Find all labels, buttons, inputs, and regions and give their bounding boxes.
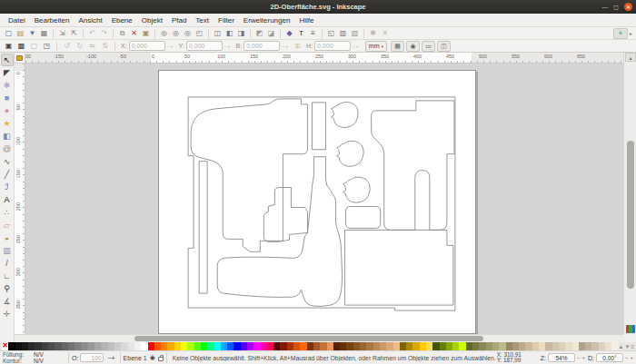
group-icon[interactable]: ◩: [253, 28, 265, 39]
path-blob-1[interactable]: [332, 102, 358, 127]
palette-swatch[interactable]: [360, 342, 366, 350]
palette-swatch[interactable]: [432, 342, 439, 350]
path-drill-vertical[interactable]: [217, 157, 342, 307]
affect-corners-button[interactable]: ◉: [406, 41, 420, 52]
document-page[interactable]: [158, 70, 476, 334]
tool-ellipse[interactable]: ●: [1, 104, 14, 117]
horizontal-scrollbar[interactable]: [15, 334, 623, 342]
vertical-scrollbar-thumb[interactable]: [627, 141, 634, 289]
maximize-button[interactable]: ◻: [613, 4, 619, 10]
palette-swatch[interactable]: [187, 342, 194, 350]
palette-swatch[interactable]: [579, 342, 585, 350]
palette-swatch[interactable]: [479, 342, 485, 350]
palette-swatch[interactable]: [94, 342, 101, 350]
preferences-icon[interactable]: ✱: [367, 28, 379, 39]
tool-eraser[interactable]: ▱: [1, 219, 14, 231]
palette-swatch[interactable]: [406, 342, 412, 350]
palette-swatch[interactable]: [327, 342, 333, 350]
palette-swatch[interactable]: [446, 342, 452, 350]
tool-zoom[interactable]: ⚲: [1, 282, 14, 295]
rotate-cw-icon[interactable]: ↻: [74, 41, 85, 52]
redo-icon[interactable]: ↷: [98, 28, 110, 39]
path-stepped-piece[interactable]: [263, 188, 307, 242]
tool-selector[interactable]: ↖: [1, 54, 14, 66]
palette-swatch[interactable]: [353, 342, 360, 350]
palette-swatch[interactable]: [300, 342, 306, 350]
palette-swatch[interactable]: [333, 342, 340, 350]
palette-swatch[interactable]: [459, 342, 465, 350]
rotate-ccw-icon[interactable]: ↺: [61, 41, 73, 52]
tool-tweak[interactable]: ✱: [1, 79, 14, 92]
palette-swatch[interactable]: [114, 342, 121, 350]
fill-stroke-dialog-icon[interactable]: ◆: [283, 28, 295, 39]
tool-text[interactable]: A: [1, 193, 14, 206]
clone-icon[interactable]: ◧: [224, 28, 235, 39]
palette-swatch[interactable]: [108, 342, 114, 350]
toolbar-overflow-icon[interactable]: ▸: [630, 30, 632, 36]
path-rounded-rect-piece[interactable]: [346, 206, 381, 228]
palette-swatch[interactable]: [313, 342, 320, 350]
palette-swatch[interactable]: [194, 342, 201, 350]
rotation-minus[interactable]: −: [625, 355, 629, 360]
select-all-layers-icon[interactable]: ▩: [15, 41, 27, 52]
path-blob-2[interactable]: [337, 141, 363, 166]
palette-swatch[interactable]: [346, 342, 353, 350]
palette-swatch[interactable]: [181, 342, 187, 350]
open-document-icon[interactable]: ▤: [15, 28, 26, 39]
menu-filter[interactable]: Filter: [214, 15, 239, 26]
paste-icon[interactable]: ▣: [140, 28, 152, 39]
tool-paint-bucket[interactable]: ◒: [1, 231, 14, 244]
enable-snapping-button[interactable]: ⌖: [613, 28, 628, 39]
palette-swatch[interactable]: [366, 342, 373, 350]
tool-connector[interactable]: ∟: [1, 270, 14, 282]
guide-lock-icon[interactable]: [16, 55, 23, 61]
palette-swatch[interactable]: [420, 342, 426, 350]
duplicate-icon[interactable]: ◫: [212, 28, 224, 39]
palette-swatch[interactable]: [552, 342, 559, 350]
rotation-plus[interactable]: +: [630, 355, 633, 360]
path-drill-horizontal[interactable]: [191, 99, 307, 251]
menu-objekt[interactable]: Objekt: [137, 15, 167, 26]
menu-text[interactable]: Text: [191, 15, 214, 26]
palette-swatch[interactable]: [88, 342, 94, 350]
zoom-plus[interactable]: +: [581, 355, 585, 360]
palette-swatch[interactable]: [519, 342, 525, 350]
horizontal-scrollbar-thumb[interactable]: [134, 336, 483, 341]
flip-horizontal-icon[interactable]: ⇋: [86, 41, 98, 52]
scroll-up-icon[interactable]: ▴: [625, 53, 636, 62]
palette-swatch[interactable]: [287, 342, 293, 350]
copy-icon[interactable]: ⧉: [116, 28, 128, 39]
menu-pfad[interactable]: Pfad: [167, 15, 191, 26]
color-managed-view-icon[interactable]: [626, 325, 635, 333]
menu-ebene[interactable]: Ebene: [107, 15, 137, 26]
unlink-clone-icon[interactable]: ◨: [235, 28, 247, 39]
select-all-icon[interactable]: ▣: [3, 41, 15, 52]
ungroup-icon[interactable]: ◪: [265, 28, 277, 39]
x-field-stepper[interactable]: −+: [167, 44, 174, 49]
palette-swatch[interactable]: [241, 342, 247, 350]
palette-swatch[interactable]: [227, 342, 234, 350]
save-icon[interactable]: ▼: [26, 28, 38, 39]
palette-swatch[interactable]: [472, 342, 479, 350]
cut-icon[interactable]: ✕: [128, 28, 140, 39]
path-tall-rect[interactable]: [312, 103, 325, 150]
palette-swatch[interactable]: [532, 342, 539, 350]
tool-lpe[interactable]: ✛: [1, 308, 14, 320]
palette-swatch[interactable]: [572, 342, 579, 350]
palette-swatch[interactable]: [141, 342, 147, 350]
palette-swatch[interactable]: [167, 342, 174, 350]
palette-swatch[interactable]: [591, 342, 598, 350]
flip-vertical-icon[interactable]: ⇅: [99, 41, 111, 52]
palette-swatch[interactable]: [393, 342, 400, 350]
palette-swatch[interactable]: [525, 342, 532, 350]
tool-calligraphy[interactable]: ℐ: [1, 181, 14, 193]
vertical-scrollbar[interactable]: ▴: [623, 53, 636, 334]
affect-pattern-button[interactable]: ◫: [437, 41, 451, 52]
undo-icon[interactable]: ↶: [86, 28, 98, 39]
palette-swatch[interactable]: [134, 342, 141, 350]
lock-ratio-icon[interactable]: ⚿: [292, 41, 303, 52]
select-touch-icon[interactable]: ◳: [41, 41, 53, 52]
affect-stroke-button[interactable]: ▦: [391, 41, 404, 52]
import-icon[interactable]: ⇲: [56, 28, 68, 39]
palette-swatch[interactable]: [28, 342, 35, 350]
